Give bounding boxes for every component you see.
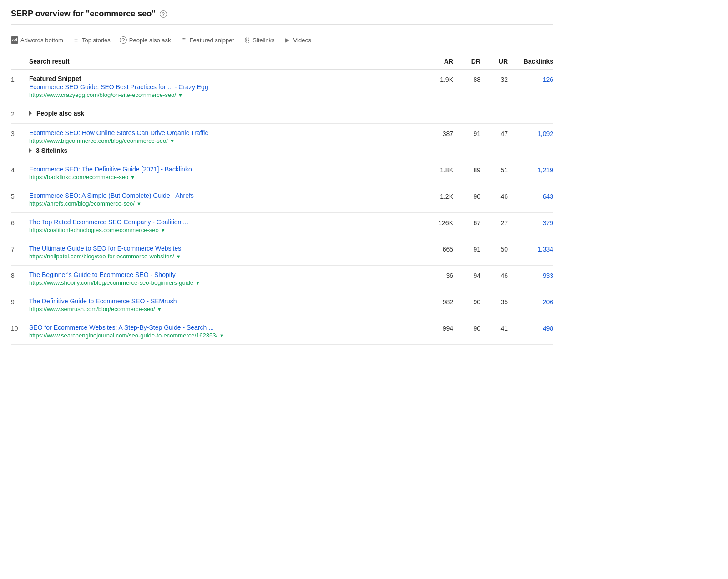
result-title-link[interactable]: SEO for Ecommerce Websites: A Step-By-St… bbox=[29, 324, 417, 331]
result-title-link[interactable]: The Ultimate Guide to SEO for E-commerce… bbox=[29, 245, 417, 252]
table-row: 6The Top Rated Ecommerce SEO Company - C… bbox=[11, 213, 553, 239]
url-dropdown-icon[interactable]: ▼ bbox=[170, 138, 175, 144]
col-ar: 36 bbox=[417, 271, 453, 279]
people-also-ask-label[interactable]: People also ask bbox=[29, 110, 417, 117]
col-ar: 982 bbox=[417, 297, 453, 306]
videos-icon: ▶ bbox=[284, 36, 291, 44]
result-cell: The Top Rated Ecommerce SEO Company - Co… bbox=[29, 218, 417, 233]
filter-sitelinks[interactable]: ⛓ Sitelinks bbox=[243, 36, 274, 44]
col-ar: 1.9K bbox=[417, 75, 453, 83]
result-title-link[interactable]: Ecommerce SEO: How Online Stores Can Dri… bbox=[29, 129, 417, 136]
col-ur: 32 bbox=[480, 75, 508, 83]
table-header: Search result AR DR UR Backlinks bbox=[11, 53, 553, 70]
result-url: https://coalitiontechnologies.com/ecomme… bbox=[29, 227, 159, 233]
result-url: https://www.bigcommerce.com/blog/ecommer… bbox=[29, 137, 168, 144]
table-row: 1Featured SnippetEcommerce SEO Guide: SE… bbox=[11, 70, 553, 104]
help-icon[interactable]: ? bbox=[160, 10, 167, 18]
sitelinks-label[interactable]: 3 Sitelinks bbox=[29, 147, 417, 154]
filter-top-stories[interactable]: ≡ Top stories bbox=[72, 36, 111, 44]
col-dr: 67 bbox=[453, 218, 480, 227]
col-ar: 994 bbox=[417, 324, 453, 332]
filter-videos[interactable]: ▶ Videos bbox=[284, 36, 312, 44]
result-cell: People also ask bbox=[29, 110, 417, 117]
col-backlinks-link[interactable]: 206 bbox=[508, 297, 553, 306]
col-ar: 1.2K bbox=[417, 192, 453, 200]
row-number: 8 bbox=[11, 271, 29, 279]
col-backlinks-link[interactable]: 379 bbox=[508, 218, 553, 227]
result-cell: The Ultimate Guide to SEO for E-commerce… bbox=[29, 245, 417, 260]
table-row: 9The Definitive Guide to Ecommerce SEO -… bbox=[11, 292, 553, 318]
col-dr: 88 bbox=[453, 75, 480, 83]
filter-adwords-bottom[interactable]: Ad Adwords bottom bbox=[11, 36, 63, 44]
row-number: 4 bbox=[11, 166, 29, 174]
col-dr bbox=[453, 110, 480, 111]
result-url: https://neilpatel.com/blog/seo-for-ecomm… bbox=[29, 253, 174, 260]
table-row: 2People also ask bbox=[11, 104, 553, 124]
result-title-link[interactable]: Ecommerce SEO Guide: SEO Best Practices … bbox=[29, 83, 417, 91]
triangle-right-icon bbox=[29, 148, 32, 153]
result-title-link[interactable]: Ecommerce SEO: The Definitive Guide [202… bbox=[29, 166, 417, 173]
col-dr: 89 bbox=[453, 166, 480, 174]
col-backlinks-link[interactable]: 1,092 bbox=[508, 129, 553, 137]
result-cell: The Beginner's Guide to Ecommerce SEO - … bbox=[29, 271, 417, 286]
col-backlinks-link[interactable]: 933 bbox=[508, 271, 553, 279]
page-title: SERP overview for "ecommerce seo" ? bbox=[11, 9, 553, 25]
result-url: https://ahrefs.com/blog/ecommerce-seo/ bbox=[29, 200, 135, 207]
col-header-dr: DR bbox=[453, 58, 480, 65]
col-backlinks-link[interactable]: 1,334 bbox=[508, 245, 553, 253]
col-dr: 90 bbox=[453, 297, 480, 306]
col-dr: 90 bbox=[453, 192, 480, 200]
row-number: 2 bbox=[11, 110, 29, 118]
adwords-icon: Ad bbox=[11, 36, 18, 44]
url-dropdown-icon[interactable]: ▼ bbox=[176, 254, 181, 259]
col-backlinks-link[interactable]: 643 bbox=[508, 192, 553, 200]
col-backlinks-link[interactable]: 126 bbox=[508, 75, 553, 83]
url-dropdown-icon[interactable]: ▼ bbox=[161, 227, 166, 233]
top-stories-icon: ≡ bbox=[72, 36, 80, 44]
url-dropdown-icon[interactable]: ▼ bbox=[130, 175, 135, 180]
row-number: 5 bbox=[11, 192, 29, 200]
result-url: https://backlinko.com/ecommerce-seo bbox=[29, 174, 128, 181]
col-ar: 1.8K bbox=[417, 166, 453, 174]
filter-people-also-ask[interactable]: ? People also ask bbox=[120, 36, 171, 44]
col-header-ur: UR bbox=[480, 58, 508, 65]
triangle-right-icon bbox=[29, 111, 32, 116]
col-backlinks-link[interactable]: 1,219 bbox=[508, 166, 553, 174]
col-ar: 126K bbox=[417, 218, 453, 227]
col-dr: 90 bbox=[453, 324, 480, 332]
col-dr: 91 bbox=[453, 129, 480, 137]
url-dropdown-icon[interactable]: ▼ bbox=[219, 333, 224, 338]
col-ur: 41 bbox=[480, 324, 508, 332]
result-title-link[interactable]: Ecommerce SEO: A Simple (But Complete) G… bbox=[29, 192, 417, 199]
url-dropdown-icon[interactable]: ▼ bbox=[195, 280, 200, 286]
people-also-ask-icon: ? bbox=[120, 36, 127, 44]
col-header-search-result: Search result bbox=[29, 58, 417, 65]
col-ur: 50 bbox=[480, 245, 508, 253]
result-url: https://www.searchenginejournal.com/seo-… bbox=[29, 332, 217, 339]
result-title-link[interactable]: The Top Rated Ecommerce SEO Company - Co… bbox=[29, 218, 417, 226]
row-number: 7 bbox=[11, 245, 29, 253]
table-row: 4Ecommerce SEO: The Definitive Guide [20… bbox=[11, 160, 553, 186]
result-title-link[interactable]: The Definitive Guide to Ecommerce SEO - … bbox=[29, 297, 417, 305]
col-header-ar: AR bbox=[417, 58, 453, 65]
col-ur: 51 bbox=[480, 166, 508, 174]
col-ar bbox=[417, 110, 453, 111]
result-cell: Ecommerce SEO: The Definitive Guide [202… bbox=[29, 166, 417, 181]
col-ur: 46 bbox=[480, 271, 508, 279]
col-ur: 47 bbox=[480, 129, 508, 137]
col-ur: 27 bbox=[480, 218, 508, 227]
filter-featured-snippet[interactable]: " " Featured snippet bbox=[180, 36, 234, 44]
col-header-backlinks: Backlinks bbox=[508, 58, 553, 65]
result-title-link[interactable]: The Beginner's Guide to Ecommerce SEO - … bbox=[29, 271, 417, 278]
table-row: 8The Beginner's Guide to Ecommerce SEO -… bbox=[11, 266, 553, 292]
result-cell: The Definitive Guide to Ecommerce SEO - … bbox=[29, 297, 417, 312]
result-cell: Ecommerce SEO: A Simple (But Complete) G… bbox=[29, 192, 417, 207]
result-url: https://www.shopify.com/blog/ecommerce-s… bbox=[29, 279, 193, 286]
url-dropdown-icon[interactable]: ▼ bbox=[178, 92, 183, 98]
col-ur: 46 bbox=[480, 192, 508, 200]
col-backlinks-link[interactable]: 498 bbox=[508, 324, 553, 332]
url-dropdown-icon[interactable]: ▼ bbox=[136, 201, 142, 206]
col-dr: 91 bbox=[453, 245, 480, 253]
table-row: 10SEO for Ecommerce Websites: A Step-By-… bbox=[11, 318, 553, 345]
url-dropdown-icon[interactable]: ▼ bbox=[157, 307, 162, 312]
